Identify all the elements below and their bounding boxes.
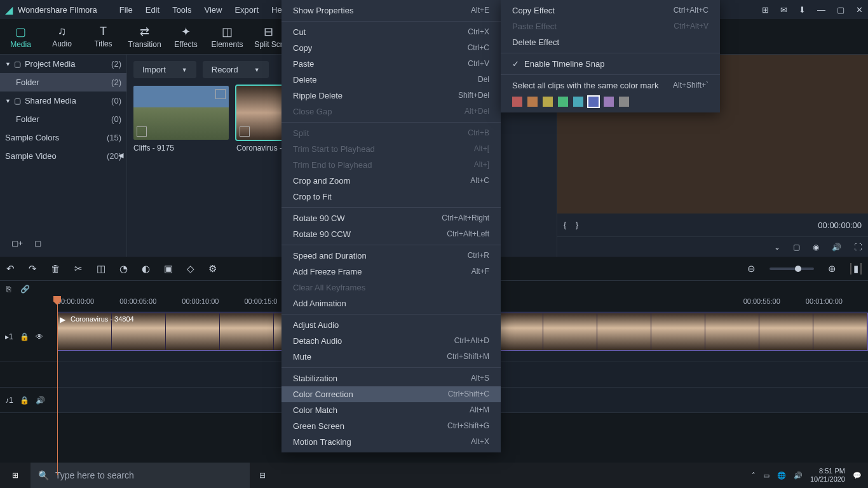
ctx-color-correction[interactable]: Color CorrectionCtrl+Shift+C bbox=[281, 386, 501, 402]
tab-elements[interactable]: ◫Elements bbox=[207, 21, 248, 53]
taskbar-search[interactable]: 🔍 Type here to search bbox=[31, 463, 250, 488]
start-button[interactable]: ⊞ bbox=[0, 463, 31, 488]
mail-icon[interactable]: ✉ bbox=[780, 5, 787, 15]
add-folder-icon[interactable]: ▢+ bbox=[11, 239, 23, 248]
display-icon[interactable]: ▢ bbox=[793, 243, 800, 252]
add-icon[interactable] bbox=[215, 89, 226, 99]
ctx-enable-snap[interactable]: ✓Enable Timeline Snap bbox=[501, 56, 720, 72]
ctx-crop-and-zoom[interactable]: Crop and ZoomAlt+C bbox=[281, 173, 501, 189]
ctx-rotate-90-cw[interactable]: Rotate 90 CWCtrl+Alt+Right bbox=[281, 210, 501, 226]
sidebar-sample-video[interactable]: Sample Video(20) bbox=[0, 147, 126, 165]
taskbar-clock[interactable]: 8:51 PM 10/21/2020 bbox=[810, 467, 845, 484]
menu-file[interactable]: File bbox=[113, 5, 139, 15]
search-icon: 🔍 bbox=[38, 470, 49, 480]
ctx-color-match[interactable]: Color MatchAlt+M bbox=[281, 402, 501, 418]
ctx-paste[interactable]: PasteCtrl+V bbox=[281, 56, 501, 72]
notifications-icon[interactable]: 💬 bbox=[853, 471, 862, 480]
snapshot-icon[interactable]: ◉ bbox=[813, 243, 819, 252]
timeline-link-icon[interactable]: 🔗 bbox=[20, 285, 30, 294]
volume-icon[interactable]: 🔊 bbox=[832, 243, 841, 252]
color-mark[interactable] bbox=[619, 97, 629, 107]
marker-out-icon[interactable]: } bbox=[576, 220, 578, 229]
settings-icon[interactable]: ⚙ bbox=[208, 263, 217, 274]
menu-export[interactable]: Export bbox=[228, 5, 265, 15]
ctx-motion-tracking[interactable]: Motion TrackingAlt+X bbox=[281, 434, 501, 450]
ctx-delete-effect[interactable]: Delete Effect bbox=[501, 34, 720, 50]
greenscreen-icon[interactable]: ▣ bbox=[164, 263, 173, 274]
menu-view[interactable]: View bbox=[198, 5, 228, 15]
download-icon[interactable]: ⬇ bbox=[799, 5, 806, 15]
sidebar-sample-colors[interactable]: Sample Colors(15) bbox=[0, 128, 126, 147]
timeline-copy-icon[interactable]: ⎘ bbox=[6, 285, 11, 294]
ctx-adjust-audio[interactable]: Adjust Audio bbox=[281, 317, 501, 333]
volume-icon[interactable]: 🔊 bbox=[794, 471, 803, 480]
ctx-crop-to-fit[interactable]: Crop to Fit bbox=[281, 189, 501, 205]
ctx-copy[interactable]: CopyCtrl+C bbox=[281, 40, 501, 56]
battery-icon[interactable]: ▭ bbox=[763, 471, 770, 480]
split-icon[interactable]: ✂ bbox=[74, 263, 83, 274]
color-mark[interactable] bbox=[588, 97, 599, 107]
tab-transition[interactable]: ⇄Transition bbox=[124, 21, 165, 53]
sidebar-shared-media[interactable]: ▼▢Shared Media(0) bbox=[0, 92, 126, 110]
color-icon[interactable]: ◐ bbox=[142, 263, 150, 274]
ctx-ripple-delete[interactable]: Ripple DeleteShift+Del bbox=[281, 88, 501, 104]
mute-icon[interactable]: 🔊 bbox=[36, 396, 45, 405]
color-mark[interactable] bbox=[543, 97, 553, 107]
ctx-stabilization[interactable]: StabilizationAlt+S bbox=[281, 370, 501, 386]
quality-dropdown-icon[interactable]: ⌄ bbox=[774, 243, 780, 252]
redo-icon[interactable]: ↷ bbox=[29, 263, 37, 274]
lock-icon[interactable]: 🔒 bbox=[20, 332, 29, 341]
playhead[interactable] bbox=[57, 297, 58, 475]
ctx-show-properties[interactable]: Show PropertiesAlt+E bbox=[281, 3, 501, 18]
zoom-in-icon[interactable]: ⊕ bbox=[828, 263, 836, 274]
fullscreen-icon[interactable]: ⛶ bbox=[854, 243, 862, 252]
menu-edit[interactable]: Edit bbox=[139, 5, 166, 15]
zoom-fit-icon[interactable]: ▮ bbox=[850, 263, 862, 274]
keyframe-icon[interactable]: ◇ bbox=[187, 263, 194, 274]
tray-chevron-icon[interactable]: ˄ bbox=[752, 471, 756, 480]
network-icon[interactable]: 🌐 bbox=[777, 471, 786, 480]
tab-media[interactable]: ▢Media bbox=[0, 21, 41, 53]
ctx-delete[interactable]: DeleteDel bbox=[281, 72, 501, 88]
menu-tools[interactable]: Tools bbox=[166, 5, 198, 15]
ctx-cut[interactable]: CutCtrl+X bbox=[281, 24, 501, 40]
sidebar-project-media[interactable]: ▼▢Project Media(2) bbox=[0, 55, 126, 73]
ctx-speed-and-duration[interactable]: Speed and DurationCtrl+R bbox=[281, 248, 501, 264]
tab-effects[interactable]: ✦Effects bbox=[165, 21, 207, 53]
import-dropdown[interactable]: Import▼ bbox=[133, 61, 196, 78]
media-thumb[interactable]: Cliffs - 9175 bbox=[133, 86, 229, 152]
speed-icon[interactable]: ◔ bbox=[119, 263, 128, 274]
delete-icon[interactable]: 🗑 bbox=[51, 263, 60, 274]
visibility-icon[interactable]: 👁 bbox=[36, 332, 43, 341]
ctx-add-freeze-frame[interactable]: Add Freeze FrameAlt+F bbox=[281, 264, 501, 280]
lock-icon[interactable]: 🔒 bbox=[20, 396, 29, 405]
collapse-sidebar-icon[interactable]: ◀ bbox=[118, 151, 123, 159]
crop-icon[interactable]: ◫ bbox=[97, 263, 105, 274]
zoom-slider[interactable] bbox=[770, 268, 814, 270]
sidebar-folder-2[interactable]: Folder(0) bbox=[0, 110, 126, 128]
zoom-out-icon[interactable]: ⊖ bbox=[747, 263, 756, 274]
color-mark[interactable] bbox=[527, 97, 538, 107]
color-mark[interactable] bbox=[512, 97, 522, 107]
color-mark[interactable] bbox=[604, 97, 614, 107]
ctx-green-screen[interactable]: Green ScreenCtrl+Shift+G bbox=[281, 418, 501, 434]
color-mark[interactable] bbox=[573, 97, 583, 107]
marker-in-icon[interactable]: { bbox=[564, 220, 566, 229]
maximize-icon[interactable]: ▢ bbox=[837, 5, 844, 15]
tab-titles[interactable]: TTitles bbox=[83, 21, 124, 52]
folder-icon[interactable]: ▢ bbox=[34, 239, 41, 248]
ctx-copy-effect[interactable]: Copy EffectCtrl+Alt+C bbox=[501, 3, 720, 18]
undo-icon[interactable]: ↶ bbox=[6, 263, 15, 274]
record-dropdown[interactable]: Record▼ bbox=[203, 61, 269, 78]
ctx-rotate-90-ccw[interactable]: Rotate 90 CCWCtrl+Alt+Left bbox=[281, 226, 501, 242]
ctx-add-animation[interactable]: Add Animation bbox=[281, 295, 501, 311]
color-mark[interactable] bbox=[558, 97, 568, 107]
layout-icon[interactable]: ⊞ bbox=[762, 5, 769, 15]
close-icon[interactable]: ✕ bbox=[856, 5, 863, 15]
task-view-icon[interactable]: ⊟ bbox=[250, 463, 275, 488]
ctx-detach-audio[interactable]: Detach AudioCtrl+Alt+D bbox=[281, 333, 501, 349]
sidebar-folder-1[interactable]: Folder(2) bbox=[0, 73, 126, 92]
minimize-icon[interactable]: — bbox=[817, 5, 825, 15]
tab-audio[interactable]: ♫Audio bbox=[41, 21, 83, 52]
ctx-mute[interactable]: MuteCtrl+Shift+M bbox=[281, 349, 501, 365]
